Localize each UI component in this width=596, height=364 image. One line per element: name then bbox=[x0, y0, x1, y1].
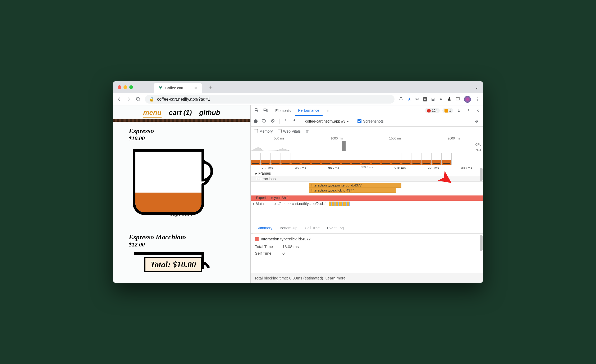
svg-line-6 bbox=[272, 120, 274, 122]
scissors-icon[interactable]: ✂ bbox=[415, 97, 419, 102]
webvitals-checkbox[interactable]: Web Vitals bbox=[278, 129, 301, 133]
chevron-down-icon: ▾ bbox=[347, 119, 349, 123]
product-price: $12.00 bbox=[129, 241, 235, 248]
divider-beans bbox=[113, 119, 250, 122]
svg-rect-0 bbox=[456, 97, 459, 100]
extension-n-icon[interactable]: n bbox=[423, 97, 427, 101]
lock-icon: 🔒 bbox=[149, 97, 154, 102]
reload-button[interactable] bbox=[136, 97, 141, 102]
url-text: coffee-cart.netlify.app/?ad=1 bbox=[157, 97, 210, 102]
tab-summary[interactable]: Summary bbox=[253, 223, 276, 233]
nav-github[interactable]: github bbox=[199, 109, 220, 118]
cart-total[interactable]: Total: $10.00 bbox=[144, 257, 202, 272]
content-area: menu cart (1) github Espresso $10.00 esp… bbox=[113, 105, 483, 283]
interaction-bar[interactable]: Interaction type:click id:4377 bbox=[309, 188, 396, 193]
scrollbar[interactable] bbox=[480, 235, 483, 251]
memory-checkbox[interactable]: Memory bbox=[254, 129, 273, 133]
extensions-icon[interactable]: ✦ bbox=[439, 96, 443, 102]
fill-label: espresso bbox=[129, 209, 235, 217]
tab-bottomup[interactable]: Bottom-Up bbox=[276, 223, 301, 233]
tab-more[interactable]: » bbox=[324, 106, 332, 115]
perf-toolbar-2: Memory Web Vitals 🗑 bbox=[251, 127, 483, 136]
close-window-icon[interactable] bbox=[118, 85, 121, 89]
kebab-icon[interactable]: ⋮ bbox=[465, 107, 472, 114]
address-bar: 🔒 coffee-cart.netlify.app/?ad=1 ★ ✂ n ⊞ … bbox=[113, 93, 483, 105]
flask-icon[interactable] bbox=[447, 96, 451, 102]
errors-badge[interactable]: 124 bbox=[425, 108, 440, 113]
color-swatch-icon bbox=[255, 237, 259, 241]
reload-profile-icon[interactable] bbox=[262, 119, 266, 124]
warnings-badge[interactable]: 1 bbox=[442, 108, 453, 113]
tab-title: Coffee cart bbox=[165, 86, 183, 90]
url-field[interactable]: 🔒 coffee-cart.netlify.app/?ad=1 bbox=[145, 95, 395, 104]
nav-cart[interactable]: cart (1) bbox=[169, 109, 192, 118]
perf-toolbar: coffee-cart.netlify.app #3 ▾ Screenshots… bbox=[251, 116, 483, 127]
product-price: $10.00 bbox=[129, 135, 235, 142]
sidepanel-icon[interactable] bbox=[456, 97, 460, 102]
grid-icon[interactable]: ⊞ bbox=[431, 97, 435, 102]
product-name: Espresso bbox=[129, 127, 235, 135]
trash-icon[interactable]: 🗑 bbox=[305, 129, 309, 133]
summary-pane: Interaction type:click id:4377 Total Tim… bbox=[251, 234, 483, 273]
browser-window: Coffee cart ✕ + ⌄ 🔒 coffee-cart.netlify.… bbox=[113, 81, 483, 283]
tab-elements[interactable]: Elements bbox=[272, 106, 294, 115]
overview-timeline[interactable]: 500 ms 1000 ms 1500 ms 2000 ms CPUNET bbox=[251, 136, 483, 153]
devtools-panel: Elements Performance » 124 1 ⚙ ⋮ ✕ bbox=[250, 105, 483, 283]
nav-menu[interactable]: menu bbox=[143, 109, 161, 118]
new-tab-icon[interactable]: + bbox=[209, 83, 213, 91]
record-icon[interactable] bbox=[254, 119, 258, 123]
vue-icon bbox=[158, 86, 163, 90]
clear-icon[interactable] bbox=[271, 119, 275, 124]
webpage: menu cart (1) github Espresso $10.00 esp… bbox=[113, 105, 250, 283]
maximize-window-icon[interactable] bbox=[129, 85, 133, 89]
tab-eventlog[interactable]: Event Log bbox=[323, 223, 347, 233]
tab-calltree[interactable]: Call Tree bbox=[301, 223, 323, 233]
titlebar: Coffee cart ✕ + ⌄ bbox=[113, 81, 483, 93]
screenshot-filmstrip[interactable] bbox=[251, 153, 483, 165]
track-main[interactable]: ▸ Main — https://coffee-cart.netlify.app… bbox=[251, 201, 483, 207]
screenshots-checkbox[interactable]: Screenshots bbox=[357, 119, 384, 123]
blocking-time-footer: Total blocking time: 0.00ms (estimated) … bbox=[251, 273, 483, 283]
svg-rect-4 bbox=[267, 109, 268, 111]
experience-bar[interactable]: Experience yout Shift bbox=[251, 195, 483, 201]
chevron-down-icon[interactable]: ⌄ bbox=[475, 85, 478, 90]
gear-icon[interactable]: ⚙ bbox=[473, 118, 480, 125]
product-name: Espresso Macchiato bbox=[129, 233, 235, 241]
inspect-icon[interactable] bbox=[253, 106, 261, 115]
summary-tabs: Summary Bottom-Up Call Tree Event Log bbox=[251, 223, 483, 234]
bookmark-icon[interactable]: ★ bbox=[407, 97, 411, 102]
download-icon[interactable] bbox=[292, 119, 296, 124]
minimize-window-icon[interactable] bbox=[123, 85, 127, 89]
interaction-bar[interactable]: Interaction type:pointerup id:4377 bbox=[309, 183, 401, 188]
back-button[interactable] bbox=[117, 97, 122, 102]
flame-chart[interactable]: 955 ms960 ms965 ms 333.3 ms 970 ms975 ms… bbox=[251, 165, 483, 223]
scrollbar[interactable] bbox=[480, 168, 483, 181]
tab-performance[interactable]: Performance bbox=[295, 106, 322, 116]
close-tab-icon[interactable]: ✕ bbox=[194, 86, 197, 91]
menu-icon[interactable]: ⋮ bbox=[475, 97, 479, 102]
site-nav: menu cart (1) github bbox=[113, 105, 250, 119]
profile-avatar[interactable] bbox=[464, 96, 471, 103]
product-espresso: Espresso $10.00 espresso bbox=[113, 122, 250, 244]
share-icon[interactable] bbox=[399, 96, 403, 102]
devtools-tabs: Elements Performance » 124 1 ⚙ ⋮ ✕ bbox=[251, 105, 483, 116]
svg-rect-3 bbox=[264, 109, 266, 111]
gear-icon[interactable]: ⚙ bbox=[456, 107, 462, 114]
summary-title: Interaction type:click id:4377 bbox=[261, 237, 311, 241]
toolbar-icons: ★ ✂ n ⊞ ✦ ⋮ bbox=[399, 96, 479, 103]
device-icon[interactable] bbox=[262, 106, 270, 115]
browser-tab[interactable]: Coffee cart ✕ bbox=[154, 83, 202, 93]
forward-button[interactable] bbox=[126, 97, 131, 102]
learn-more-link[interactable]: Learn more bbox=[325, 276, 346, 280]
close-icon[interactable]: ✕ bbox=[475, 107, 481, 114]
upload-icon[interactable] bbox=[284, 119, 288, 124]
profile-select[interactable]: coffee-cart.netlify.app #3 ▾ bbox=[305, 119, 349, 123]
